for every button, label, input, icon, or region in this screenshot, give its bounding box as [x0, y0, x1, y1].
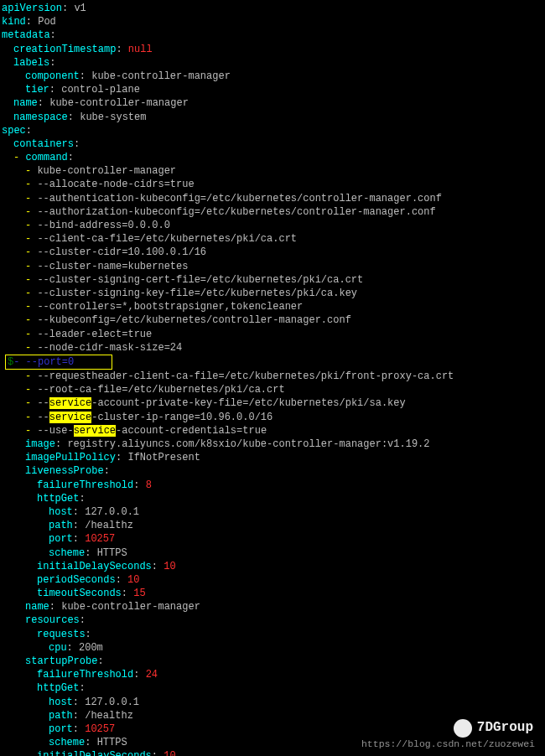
- line: initialDelaySeconds: 10: [2, 560, 545, 573]
- line: - --authentication-kubeconfig=/etc/kuber…: [2, 192, 545, 205]
- line: - --requestheader-client-ca-file=/etc/ku…: [2, 370, 545, 383]
- line: - --root-ca-file=/etc/kubernetes/pki/ca.…: [2, 383, 545, 396]
- line: - --service-cluster-ip-range=10.96.0.0/1…: [2, 411, 545, 424]
- line: host: 127.0.0.1: [2, 505, 545, 519]
- wechat-icon: [454, 719, 472, 738]
- line: - --cluster-signing-key-file=/etc/kubern…: [2, 287, 545, 300]
- line: httpGet:: [2, 681, 545, 695]
- line: startupProbe:: [2, 655, 545, 668]
- line: - --authorization-kubeconfig=/etc/kubern…: [2, 205, 545, 219]
- line: labels:: [2, 56, 545, 70]
- line: creationTimestamp: null: [2, 43, 545, 56]
- line: httpGet:: [2, 492, 545, 505]
- line: - command:: [2, 151, 545, 164]
- line: failureThreshold: 8: [2, 479, 545, 492]
- line: image: registry.aliyuncs.com/k8sxio/kube…: [2, 438, 545, 451]
- line: containers:: [2, 137, 545, 151]
- line: - kube-controller-manager: [2, 164, 545, 178]
- line: namespace: kube-system: [2, 111, 545, 124]
- line: kind: Pod: [2, 15, 545, 28]
- line: scheme: HTTPS: [2, 546, 545, 560]
- line: - --cluster-name=kubernetes: [2, 260, 545, 273]
- line: imagePullPolicy: IfNotPresent: [2, 451, 545, 464]
- line: timeoutSeconds: 15: [2, 587, 545, 600]
- line: cpu: 200m: [2, 641, 545, 655]
- line: metadata:: [2, 28, 545, 42]
- line: - --leader-elect=true: [2, 328, 545, 341]
- line: - --controllers=*,bootstrapsigner,tokenc…: [2, 300, 545, 313]
- line: livenessProbe:: [2, 464, 545, 478]
- line: - --cluster-cidr=10.100.0.1/16: [2, 246, 545, 259]
- line: - --bind-address=0.0.0.0: [2, 219, 545, 232]
- line: - --cluster-signing-cert-file=/etc/kuber…: [2, 273, 545, 287]
- line: requests:: [2, 628, 545, 641]
- line: resources:: [2, 614, 545, 627]
- line: name: kube-controller-manager: [2, 96, 545, 110]
- line: path: /healthz: [2, 519, 545, 532]
- watermark-url: https://blog.csdn.net/zuozewei: [361, 738, 535, 751]
- line: - --service-account-private-key-file=/et…: [2, 396, 545, 410]
- line: - --allocate-node-cidrs=true: [2, 178, 545, 191]
- line: host: 127.0.0.1: [2, 696, 545, 709]
- line: periodSeconds: 10: [2, 573, 545, 587]
- watermark-text: 7DGroup: [477, 719, 533, 738]
- line: - --client-ca-file=/etc/kubernetes/pki/c…: [2, 232, 545, 246]
- line: component: kube-controller-manager: [2, 70, 545, 83]
- line: failureThreshold: 24: [2, 668, 545, 681]
- line: tier: control-plane: [2, 83, 545, 96]
- line: name: kube-controller-manager: [2, 600, 545, 614]
- line: apiVersion: v1: [2, 2, 545, 15]
- line: spec:: [2, 124, 545, 137]
- yaml-editor[interactable]: apiVersion: v1 kind: Pod metadata: creat…: [2, 2, 545, 756]
- watermark-logo: 7DGroup: [454, 719, 533, 738]
- line: - --node-cidr-mask-size=24: [2, 341, 545, 355]
- highlighted-port-line: $- --port=0: [2, 355, 545, 370]
- line: - --kubeconfig=/etc/kubernetes/controlle…: [2, 313, 545, 327]
- line: port: 10257: [2, 532, 545, 546]
- line: - --use-service-account-credentials=true: [2, 424, 545, 438]
